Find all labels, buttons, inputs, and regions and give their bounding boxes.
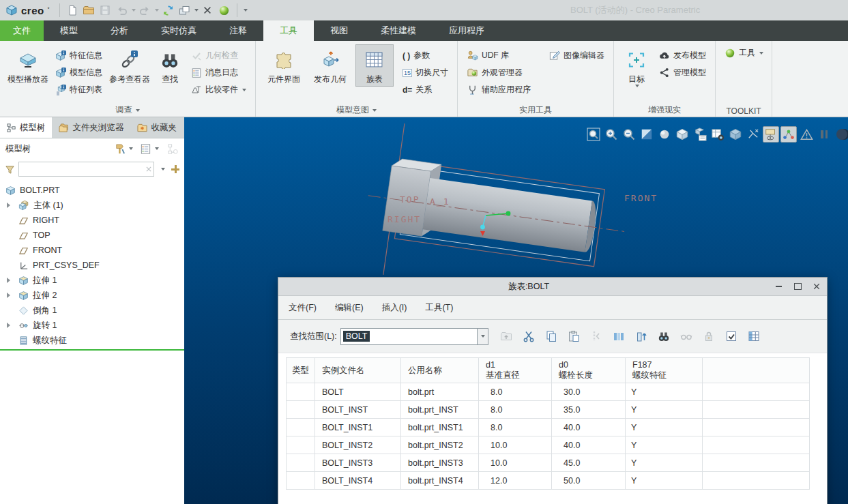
group-label-investigate[interactable]: 调查 (0, 104, 255, 116)
table-row[interactable]: BOLT bolt.prt 8.0 30.0 Y (287, 383, 810, 401)
window-switch-button[interactable] (177, 3, 192, 18)
look-in-dropdown-button[interactable] (478, 328, 488, 345)
expand-arrow-icon[interactable] (7, 323, 10, 328)
undo-dropdown-icon[interactable] (132, 9, 136, 12)
filter-funnel-icon[interactable] (5, 164, 15, 175)
reference-viewer-button[interactable]: 参考查看器 (108, 44, 151, 84)
chevron-down-icon[interactable] (161, 168, 165, 171)
publish-model-button[interactable]: 发布模型 (656, 48, 708, 63)
menu-tools[interactable]: 工具(T) (425, 302, 453, 314)
tree-item-body[interactable]: 主体 (1) (0, 198, 184, 213)
insert-column-button[interactable] (612, 329, 626, 343)
tab-tools[interactable]: 工具 (263, 20, 314, 41)
tab-analysis[interactable]: 分析 (94, 20, 145, 41)
open-file-button[interactable] (82, 3, 96, 18)
model-info-button[interactable]: 模型信息 (53, 65, 104, 80)
copy-button[interactable] (544, 329, 558, 343)
chevron-down-icon[interactable] (242, 89, 246, 91)
tree-item-right-plane[interactable]: RIGHT (0, 213, 184, 228)
look-in-combobox[interactable]: BOLT (340, 328, 478, 345)
expand-arrow-icon[interactable] (7, 203, 10, 208)
chevron-down-icon[interactable] (129, 147, 133, 150)
tree-display-options-icon[interactable] (140, 143, 151, 155)
image-editor-button[interactable]: 图像编辑器 (546, 48, 606, 63)
perspective-button[interactable] (727, 126, 744, 143)
datum-label-front[interactable]: FRONT (624, 193, 658, 203)
menu-file[interactable]: 文件(F) (289, 302, 317, 314)
tree-item-thread-feature[interactable]: 螺纹特征 (0, 333, 184, 348)
message-log-button[interactable]: 消息日志 (189, 65, 248, 80)
tree-item-csys[interactable]: PRT_CSYS_DEF (0, 258, 184, 273)
tab-flexible-modeling[interactable]: 柔性建模 (364, 20, 433, 41)
component-interface-button[interactable]: 元件界面 (263, 44, 305, 84)
tree-item-chamfer-1[interactable]: 倒角 1 (0, 303, 184, 318)
spin-center-button[interactable] (780, 126, 797, 143)
table-row[interactable]: BOLT_INST3 bolt.prt_INST3 10.0 45.0 Y (287, 454, 810, 472)
saved-orientations-button[interactable] (692, 126, 708, 143)
find-instance-button[interactable] (657, 329, 671, 343)
clear-filter-icon[interactable] (144, 164, 153, 174)
close-button[interactable] (812, 282, 821, 291)
col-header-instance-name[interactable]: 实例文件名 (315, 358, 401, 383)
table-row[interactable]: BOLT_INST4 bolt.prt_INST4 12.0 50.0 Y (287, 472, 810, 490)
cut-button[interactable] (522, 329, 536, 343)
minimize-button[interactable] (774, 282, 783, 291)
dialog-title-bar[interactable]: 族表:BOLT (278, 278, 827, 296)
udf-library-button[interactable]: UDF 库 (465, 48, 533, 63)
datum-label-right[interactable]: RIGHT (388, 214, 421, 224)
feature-list-button[interactable]: 特征列表 (53, 83, 104, 97)
model-player-button[interactable]: 模型播放器 (7, 44, 49, 84)
table-display-button[interactable] (747, 329, 761, 343)
display-style-button[interactable] (674, 126, 690, 143)
tab-file[interactable]: 文件 (0, 20, 44, 41)
table-row[interactable]: BOLT_INST2 bolt.prt_INST2 10.0 40.0 Y (287, 436, 810, 454)
tab-model-tree[interactable]: 模型树 (0, 117, 52, 138)
switch-dimensions-button[interactable]: 15 切换尺寸 (400, 65, 450, 80)
tree-filter-input[interactable] (18, 162, 154, 177)
datum-display-filters-button[interactable] (745, 126, 761, 143)
family-table-button[interactable]: 族表 (355, 44, 394, 87)
zoom-in-button[interactable] (603, 126, 619, 143)
manage-models-button[interactable]: 管理模型 (656, 65, 708, 80)
toolkit-tools-button[interactable]: 工具 (722, 46, 765, 60)
view-manager-button[interactable] (710, 126, 726, 143)
tab-annotate[interactable]: 注释 (213, 20, 263, 41)
annotation-display-button[interactable] (763, 126, 779, 143)
toolkit-sphere-icon[interactable] (217, 3, 231, 18)
appearance-manager-button[interactable]: 外观管理器 (465, 65, 533, 80)
zoom-fit-button[interactable] (585, 126, 602, 143)
publish-geometry-button[interactable]: 发布几何 (309, 44, 351, 84)
save-button[interactable] (98, 3, 113, 18)
tab-applications[interactable]: 应用程序 (433, 20, 501, 41)
paste-button[interactable] (567, 329, 581, 343)
feature-info-button[interactable]: 特征信息 (53, 48, 104, 63)
tree-item-top-plane[interactable]: TOP (0, 228, 184, 243)
tab-folder-browser[interactable]: 文件夹浏览器 (52, 117, 130, 138)
customize-toolbar-dropdown-icon[interactable] (244, 9, 248, 12)
tab-live-simulation[interactable]: 实时仿真 (145, 20, 213, 41)
auxiliary-applications-button[interactable]: 辅助应用程序 (465, 83, 533, 97)
chevron-down-icon[interactable] (155, 147, 159, 150)
simulate-warning-button[interactable] (798, 126, 815, 143)
undo-button[interactable] (115, 3, 129, 18)
tree-item-bolt-prt[interactable]: BOLT.PRT (0, 183, 184, 198)
window-dropdown-icon[interactable] (194, 9, 199, 12)
table-row[interactable]: BOLT_INST bolt.prt_INST 8.0 35.0 Y (287, 401, 810, 419)
regenerate-button[interactable] (161, 3, 175, 18)
tree-item-extrude-1[interactable]: 拉伸 1 (0, 273, 184, 288)
pause-button[interactable] (816, 126, 832, 143)
expand-arrow-icon[interactable] (7, 278, 10, 283)
repaint-button[interactable] (639, 126, 655, 143)
tree-item-extrude-2[interactable]: 拉伸 2 (0, 288, 184, 303)
tab-view[interactable]: 视图 (314, 20, 364, 41)
parameters-button[interactable]: ( ) 参数 (400, 48, 450, 63)
find-button[interactable]: 查找 (155, 44, 185, 84)
col-header-common-name[interactable]: 公用名称 (401, 358, 479, 383)
table-row[interactable]: BOLT_INST1 bolt.prt_INST1 8.0 40.0 Y (287, 419, 810, 436)
maximize-button[interactable] (793, 282, 802, 291)
redo-button[interactable] (138, 3, 152, 18)
shading-style-button[interactable] (656, 126, 673, 143)
datum-label-top[interactable]: TOP (400, 194, 420, 205)
add-filter-icon[interactable] (171, 165, 179, 173)
compare-parts-button[interactable]: 比较零件 (189, 83, 248, 97)
